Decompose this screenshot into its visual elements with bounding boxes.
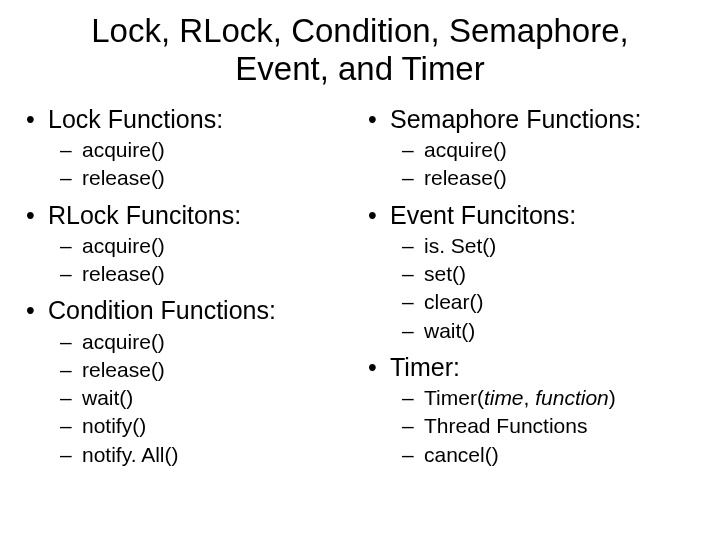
list-item: Thread Functions	[362, 413, 700, 439]
list-item: acquire()	[20, 137, 358, 163]
slide: Lock, RLock, Condition, Semaphore, Event…	[0, 0, 720, 540]
list-item: acquire()	[20, 329, 358, 355]
section-items: acquire()release()	[362, 137, 700, 192]
section-heading: Condition Functions:	[20, 295, 358, 326]
slide-body: Lock Functions:acquire()release()RLock F…	[20, 98, 700, 476]
section-heading: Semaphore Functions:	[362, 104, 700, 135]
section-heading: Timer:	[362, 352, 700, 383]
section-items: acquire()release()	[20, 233, 358, 288]
list-item: is. Set()	[362, 233, 700, 259]
list-item: wait()	[20, 385, 358, 411]
list-item: notify. All()	[20, 442, 358, 468]
section-heading: Event Funcitons:	[362, 200, 700, 231]
section-items: acquire()release()wait()notify()notify. …	[20, 329, 358, 468]
slide-title: Lock, RLock, Condition, Semaphore, Event…	[60, 12, 660, 88]
section-heading: RLock Funcitons:	[20, 200, 358, 231]
list-item: release()	[20, 165, 358, 191]
column-right: Semaphore Functions:acquire()release()Ev…	[362, 98, 700, 476]
list-item: clear()	[362, 289, 700, 315]
list-item: acquire()	[362, 137, 700, 163]
column-left: Lock Functions:acquire()release()RLock F…	[20, 98, 358, 476]
list-item: release()	[362, 165, 700, 191]
section-items: Timer(time, function)Thread Functionscan…	[362, 385, 700, 468]
list-item: set()	[362, 261, 700, 287]
left-list: Lock Functions:acquire()release()RLock F…	[20, 104, 358, 468]
section-items: acquire()release()	[20, 137, 358, 192]
section-heading: Lock Functions:	[20, 104, 358, 135]
list-item: cancel()	[362, 442, 700, 468]
list-item: acquire()	[20, 233, 358, 259]
list-item: Timer(time, function)	[362, 385, 700, 411]
list-item: release()	[20, 261, 358, 287]
list-item: release()	[20, 357, 358, 383]
section-items: is. Set()set()clear()wait()	[362, 233, 700, 344]
right-list: Semaphore Functions:acquire()release()Ev…	[362, 104, 700, 468]
list-item: notify()	[20, 413, 358, 439]
list-item: wait()	[362, 318, 700, 344]
